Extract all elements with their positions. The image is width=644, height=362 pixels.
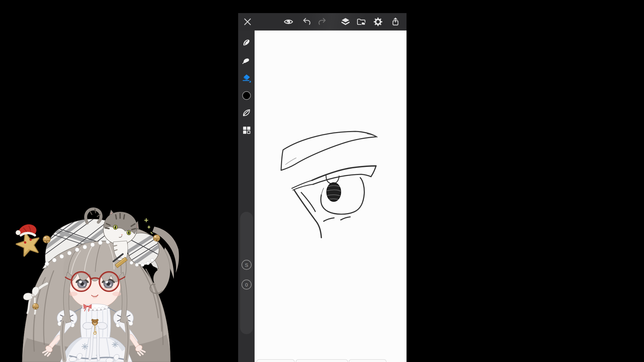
sketch-eyebrow <box>281 131 377 170</box>
close-icon <box>243 17 253 27</box>
paint-tool-button[interactable] <box>241 37 252 48</box>
sidebar-slider-track[interactable] <box>240 212 253 334</box>
leaf-tool-button[interactable] <box>241 107 252 118</box>
eraser-tool-button[interactable] <box>241 72 252 84</box>
santa-hat <box>16 224 36 235</box>
redo-button[interactable] <box>316 16 328 28</box>
gear-icon <box>373 17 383 27</box>
color-swatch-black <box>242 91 251 100</box>
share-icon <box>390 17 400 27</box>
smudge-tool-button[interactable] <box>241 55 252 66</box>
eraser-tool-icon <box>242 73 251 83</box>
stabilizer-button[interactable]: S <box>241 260 252 270</box>
opacity-label: 0 <box>245 282 248 288</box>
import-button[interactable] <box>355 16 367 28</box>
leaf-tool-icon <box>242 108 251 117</box>
sketch-lower-lash <box>294 190 321 238</box>
redo-arrow-icon <box>317 17 327 27</box>
hide-interface-button[interactable] <box>282 16 294 28</box>
undo-button[interactable] <box>301 16 313 28</box>
blush-left <box>69 292 77 296</box>
top-toolbar <box>238 13 407 31</box>
smudge-tool-icon <box>242 56 251 65</box>
bottom-card[interactable] <box>257 359 294 362</box>
opacity-zero-button[interactable]: 0 <box>241 280 252 290</box>
vtuber-character-overlay <box>13 207 181 362</box>
bottom-card[interactable] <box>296 359 348 362</box>
blush-right <box>112 292 121 296</box>
close-button[interactable] <box>241 16 254 28</box>
layers-button[interactable] <box>339 16 352 28</box>
sketch-pupil <box>327 183 341 201</box>
drawing-canvas[interactable] <box>255 31 407 362</box>
tool-sidebar: S 0 <box>238 31 255 362</box>
sparkles <box>145 219 152 234</box>
layers-icon <box>340 17 351 27</box>
color-swatch-button[interactable] <box>241 90 252 101</box>
paint-tool-icon <box>242 38 251 47</box>
undo-arrow-icon <box>302 17 312 27</box>
desktop-background: S 0 <box>0 0 644 362</box>
drawing-app-window: S 0 <box>238 13 407 362</box>
stabilizer-label: S <box>245 262 248 268</box>
sketch-upper-lid <box>312 166 376 180</box>
settings-button[interactable] <box>372 16 384 28</box>
grid-tool-icon <box>242 125 251 135</box>
grid-tool-button[interactable] <box>241 124 252 136</box>
cat-eye-left <box>113 225 117 230</box>
eye-sketch-drawing <box>255 31 407 362</box>
share-button[interactable] <box>389 16 401 28</box>
folder-cloud-icon <box>356 17 366 27</box>
bottom-card[interactable] <box>349 359 386 362</box>
eye-icon <box>283 17 293 27</box>
